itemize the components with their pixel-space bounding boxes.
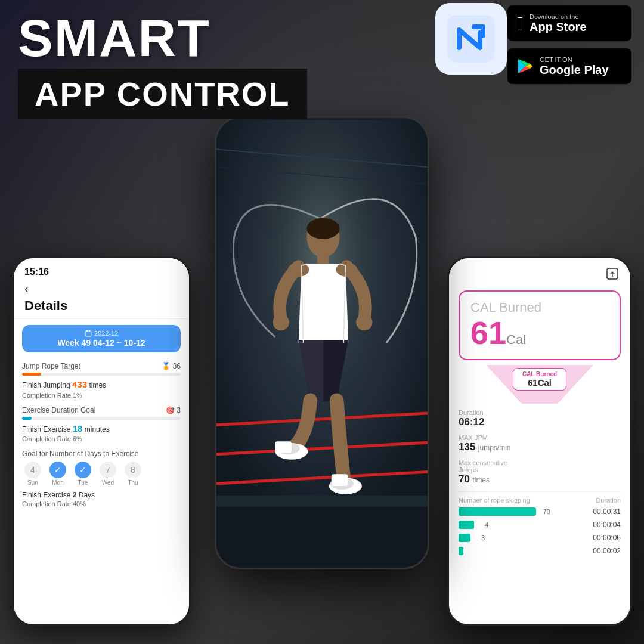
day-7-check: 7 xyxy=(100,462,116,478)
google-play-sub: GET IT ON xyxy=(540,56,609,63)
exercise-duration-progress xyxy=(22,417,181,420)
table-col2-label: Duration xyxy=(596,497,621,504)
rp-duration-stat: Duration 06:12 xyxy=(459,409,621,428)
table-row-3: 3 00:00:06 xyxy=(459,534,621,542)
store-badges:  Download on the App Store GET IT ON Go… xyxy=(507,5,632,85)
google-play-icon xyxy=(517,58,534,75)
count-1: 70 xyxy=(541,508,550,515)
right-phone-stats: Duration 06:12 MAX JPM 135 jumps/min Max… xyxy=(449,407,630,562)
max-consec-value: 70 xyxy=(459,473,470,485)
svg-rect-9 xyxy=(216,501,428,566)
funnel-badge-value: 61Cal xyxy=(521,377,559,388)
day-5: ✓ Mon xyxy=(47,462,69,486)
app-logo-icon xyxy=(447,15,495,63)
duration-2: 00:00:04 xyxy=(593,521,621,529)
finish-exercise-detail: Finish Exercise 2 Days xyxy=(22,490,181,500)
right-phone-header xyxy=(449,258,630,286)
table-row-2: 4 00:00:04 xyxy=(459,521,621,529)
google-play-badge[interactable]: GET IT ON Google Play xyxy=(507,48,632,85)
app-store-sub: Download on the xyxy=(530,13,587,20)
funnel-shape: CAL Burned 61Cal xyxy=(480,365,599,407)
days-row: 4 Sun ✓ Mon ✓ Tue 7 Wed 8 Thu xyxy=(22,462,181,486)
exercise-duration-completion: Completion Rate 6% xyxy=(22,435,181,442)
max-jpm-unit: jumps/min xyxy=(478,444,511,452)
exercise-duration-label: Exercise Duration Goal 🎯 3 xyxy=(22,406,181,414)
count-3: 3 xyxy=(475,534,485,541)
exercise-duration-fill xyxy=(22,417,32,420)
rp-duration-row: Duration 06:12 xyxy=(459,409,621,428)
app-control-text: APP CONTROL xyxy=(35,75,290,113)
duration-value: 06:12 xyxy=(459,416,621,428)
center-phone xyxy=(215,116,429,569)
time-display: 15:16 xyxy=(24,267,178,277)
day-4-check: 4 xyxy=(24,462,41,478)
left-phone-body: Jump Rope Target 🏅 36 Finish Jumping 433… xyxy=(14,358,189,518)
bar-1 xyxy=(459,507,536,516)
date-card: 2022-12 Week 49 04-12 ~ 10-12 xyxy=(22,325,181,352)
max-jpm-value: 135 xyxy=(459,441,475,453)
svg-rect-10 xyxy=(216,496,428,507)
day-7: 7 Wed xyxy=(97,462,119,486)
smart-title: SMART xyxy=(18,12,210,64)
cal-unit: Cal xyxy=(506,332,526,347)
funnel-badge-label: CAL Burned xyxy=(521,371,559,377)
table-col1-label: Number of rope skipping xyxy=(459,497,530,504)
jump-rope-detail: Finish Jumping 433 times xyxy=(22,378,181,392)
exercise-duration-detail: Finish Exercise 18 minutes xyxy=(22,422,181,436)
date-card-top: 2022-12 xyxy=(30,330,172,337)
svg-rect-27 xyxy=(85,331,91,336)
svg-rect-26 xyxy=(332,474,348,486)
duration-1: 00:00:31 xyxy=(593,507,621,516)
share-icon[interactable] xyxy=(605,267,620,281)
rp-consec-row: Max consecutive Jumps 70 times xyxy=(459,459,621,485)
bar-3 xyxy=(459,534,470,542)
rp-jpm-stat: MAX JPM 135 jumps/min xyxy=(459,434,621,453)
app-control-label: APP CONTROL xyxy=(18,69,307,119)
details-title: Details xyxy=(24,298,178,314)
table-row-4: 00:00:02 xyxy=(459,547,621,555)
divider xyxy=(459,491,621,492)
right-phone: CAL Burned 61Cal CAL Burned 61Cal Durati… xyxy=(447,256,632,626)
app-logo xyxy=(435,3,507,75)
date-card-main: Week 49 04-12 ~ 10-12 xyxy=(30,338,172,348)
cal-burned-value: 61 xyxy=(470,315,506,351)
google-play-text: GET IT ON Google Play xyxy=(540,56,609,77)
app-store-badge[interactable]:  Download on the App Store xyxy=(507,5,632,42)
day-6-check: ✓ xyxy=(75,462,91,478)
app-store-text: Download on the App Store xyxy=(530,13,587,34)
jump-rope-completion: Completion Rate 1% xyxy=(22,392,181,399)
jump-rope-fill xyxy=(22,373,41,376)
duration-4: 00:00:02 xyxy=(593,547,621,555)
calendar-icon xyxy=(85,330,92,337)
duration-3: 00:00:06 xyxy=(593,534,621,542)
svg-point-20 xyxy=(356,314,373,331)
back-button[interactable]: ‹ xyxy=(24,282,29,296)
left-phone-header: 15:16 ‹ Details xyxy=(14,258,189,319)
funnel-container: CAL Burned 61Cal xyxy=(459,365,621,407)
athlete-image xyxy=(216,118,428,568)
jump-rope-label: Jump Rope Target 🏅 36 xyxy=(22,362,181,370)
rp-consec-stat: Max consecutive Jumps 70 times xyxy=(459,459,621,485)
table-header: Number of rope skipping Duration xyxy=(459,497,621,507)
jump-rope-progress xyxy=(22,373,181,376)
back-row: ‹ xyxy=(24,282,178,296)
day-6: ✓ Tue xyxy=(72,462,94,486)
day-8-check: 8 xyxy=(125,462,141,478)
funnel-badge: CAL Burned 61Cal xyxy=(513,368,566,391)
bar-4 xyxy=(459,547,463,555)
count-2: 4 xyxy=(479,521,488,528)
svg-point-19 xyxy=(273,314,289,331)
cal-burned-title: CAL Burned xyxy=(470,300,609,315)
days-goal-stat: Goal for Number of Days to Exercise 4 Su… xyxy=(22,450,181,507)
day-5-check: ✓ xyxy=(49,462,66,478)
days-label: Goal for Number of Days to Exercise xyxy=(22,450,181,458)
app-store-main: App Store xyxy=(530,20,587,34)
exercise-duration-stat: Exercise Duration Goal 🎯 3 Finish Exerci… xyxy=(22,406,181,443)
bar-2 xyxy=(459,521,474,529)
rp-jpm-row: MAX JPM 135 jumps/min xyxy=(459,434,621,453)
apple-icon:  xyxy=(517,13,524,33)
google-play-main: Google Play xyxy=(540,63,609,77)
table-row-1: 70 00:00:31 xyxy=(459,507,621,516)
day-4: 4 Sun xyxy=(22,462,44,486)
svg-point-15 xyxy=(306,218,339,239)
